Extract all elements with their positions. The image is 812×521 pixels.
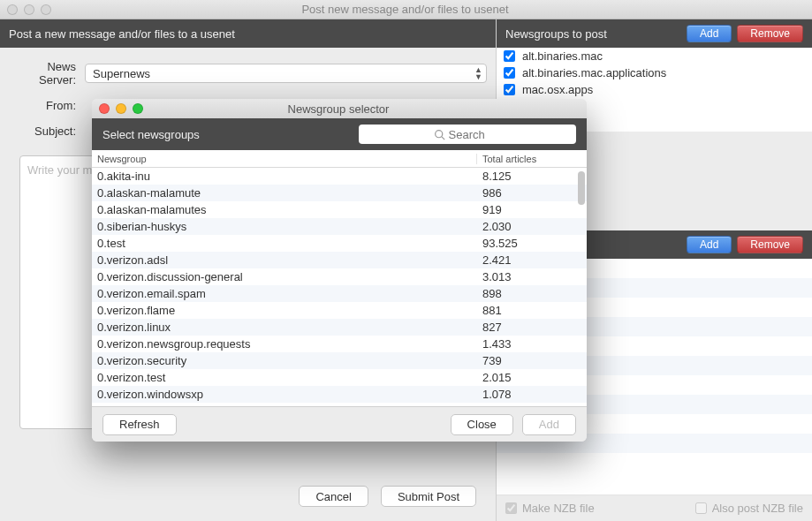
- modal-title: Newsgroup selector: [143, 102, 587, 116]
- search-field[interactable]: [449, 128, 502, 141]
- newsgroup-to-post-item[interactable]: alt.binaries.mac: [497, 48, 812, 64]
- row-newsgroup: 0.akita-inu: [92, 170, 477, 183]
- news-server-value: Supernews: [93, 67, 150, 80]
- row-newsgroup: 0.verizon.test: [92, 371, 477, 384]
- refresh-button[interactable]: Refresh: [102, 414, 177, 435]
- message-placeholder: Write your m: [27, 163, 92, 177]
- modal-minimize-icon[interactable]: [116, 103, 126, 114]
- newsgroup-name: alt.binaries.mac.applications: [522, 66, 666, 79]
- chevron-up-down-icon: ▲▼: [474, 66, 482, 80]
- zoom-window-icon[interactable]: [41, 4, 51, 15]
- row-total: 93.525: [477, 237, 574, 250]
- cancel-button[interactable]: Cancel: [299, 486, 368, 507]
- row-newsgroup: 0.alaskan-malamute: [92, 186, 477, 200]
- label-subject: Subject:: [9, 125, 85, 138]
- row-total: 881: [477, 304, 574, 317]
- add-selected-button[interactable]: Add: [522, 414, 576, 435]
- row-total: 2.421: [477, 253, 574, 267]
- close-window-icon[interactable]: [7, 4, 18, 15]
- table-row[interactable]: 0.verizon.test2.015: [92, 369, 587, 386]
- window-titlebar: Post new message and/or files to usenet: [0, 0, 812, 19]
- add-newsgroup-button[interactable]: Add: [687, 25, 732, 42]
- row-total: 827: [477, 321, 574, 334]
- table-row[interactable]: 0.verizon.linux827: [92, 319, 587, 336]
- add-file-button[interactable]: Add: [687, 236, 732, 253]
- remove-file-button[interactable]: Remove: [737, 236, 803, 253]
- scrollbar-thumb[interactable]: [578, 171, 585, 205]
- modal-titlebar: Newsgroup selector: [92, 99, 587, 118]
- newsgroup-checkbox[interactable]: [504, 84, 515, 95]
- modal-close-icon[interactable]: [99, 103, 110, 114]
- news-server-select[interactable]: Supernews ▲▼: [85, 64, 487, 83]
- make-nzb-checkbox[interactable]: [505, 502, 517, 514]
- row-newsgroup: 0.verizon.linux: [92, 321, 477, 334]
- svg-point-0: [435, 130, 442, 137]
- table-row[interactable]: 0.akita-inu8.125: [92, 168, 587, 185]
- submit-post-button[interactable]: Submit Post: [381, 486, 476, 507]
- row-total: 1.078: [477, 388, 574, 401]
- make-nzb-label: Make NZB file: [522, 502, 595, 515]
- row-newsgroup: 0.verizon.security: [92, 354, 477, 367]
- newsgroup-checkbox[interactable]: [504, 67, 515, 79]
- row-newsgroup: 0.alaskan-malamutes: [92, 203, 477, 216]
- newsgroup-name: alt.binaries.mac: [522, 49, 603, 63]
- modal-subheader: Select newsgroups: [102, 128, 359, 141]
- newsgroup-name: mac.osx.apps: [522, 83, 593, 96]
- svg-line-1: [441, 136, 444, 139]
- table-row[interactable]: 0.test93.525: [92, 235, 587, 252]
- row-total: 3.013: [477, 270, 574, 283]
- row-newsgroup: 0.test: [92, 237, 477, 250]
- row-total: 8.125: [477, 170, 574, 183]
- row-total: 986: [477, 186, 574, 200]
- table-row[interactable]: 0.verizon.adsl2.421: [92, 252, 587, 268]
- table-row[interactable]: 0.alaskan-malamute986: [92, 185, 587, 201]
- newsgroup-to-post-item[interactable]: alt.binaries.mac.applications: [497, 64, 812, 81]
- table-row[interactable]: 0.verizon.windowsxp1.078: [92, 386, 587, 403]
- row-newsgroup: 0.verizon.adsl: [92, 253, 477, 267]
- remove-newsgroup-button[interactable]: Remove: [737, 25, 803, 42]
- row-total: 919: [477, 203, 574, 216]
- left-header-label: Post a new message and/or files to a use…: [9, 27, 235, 41]
- modal-zoom-icon[interactable]: [133, 103, 143, 114]
- newsgroup-selector-modal: Newsgroup selector Select newsgroups New…: [92, 99, 587, 442]
- search-input[interactable]: [359, 125, 576, 144]
- table-row[interactable]: 0.verizon.security739: [92, 352, 587, 369]
- table-row[interactable]: 0.verizon.discussion-general3.013: [92, 268, 587, 285]
- table-row[interactable]: 0.siberian-huskys2.030: [92, 218, 587, 235]
- table-row[interactable]: 0.verizon.flame881: [92, 302, 587, 319]
- newsgroups-header: Newsgroups to post Add Remove: [497, 19, 812, 48]
- table-row[interactable]: 0.verizon.email.spam898: [92, 285, 587, 302]
- label-from: From:: [9, 99, 85, 112]
- left-header: Post a new message and/or files to a use…: [0, 19, 496, 48]
- close-button[interactable]: Close: [451, 414, 513, 435]
- newsgroup-checkbox[interactable]: [504, 50, 515, 62]
- row-newsgroup: 0.verizon.flame: [92, 304, 477, 317]
- search-icon: [434, 129, 445, 140]
- newsgroup-to-post-item[interactable]: mac.osx.apps: [497, 81, 812, 98]
- row-total: 2.015: [477, 371, 574, 384]
- also-post-nzb-checkbox[interactable]: [695, 502, 707, 514]
- also-post-nzb-label: Also post NZB file: [712, 502, 803, 515]
- col-newsgroup[interactable]: Newsgroup: [92, 154, 477, 164]
- newsgroup-table[interactable]: 0.akita-inu8.1250.alaskan-malamute9860.a…: [92, 168, 587, 406]
- table-row[interactable]: 0.alaskan-malamutes919: [92, 201, 587, 218]
- label-news-server: News Server:: [9, 60, 85, 87]
- window-title: Post new message and/or files to usenet: [51, 3, 812, 16]
- row-newsgroup: 0.verizon.windowsxp: [92, 388, 477, 401]
- table-row[interactable]: 0.verizon.newsgroup.requests1.433: [92, 336, 587, 352]
- row-total: 898: [477, 287, 574, 300]
- row-newsgroup: 0.siberian-huskys: [92, 220, 477, 233]
- row-total: 1.433: [477, 337, 574, 351]
- row-newsgroup: 0.verizon.newsgroup.requests: [92, 337, 477, 351]
- table-header: Newsgroup Total articles: [92, 150, 587, 168]
- col-total-articles[interactable]: Total articles: [477, 154, 574, 164]
- row-newsgroup: 0.verizon.discussion-general: [92, 270, 477, 283]
- row-newsgroup: 0.verizon.email.spam: [92, 287, 477, 300]
- minimize-window-icon[interactable]: [24, 4, 34, 15]
- row-total: 739: [477, 354, 574, 367]
- newsgroups-header-label: Newsgroups to post: [505, 27, 607, 41]
- row-total: 2.030: [477, 220, 574, 233]
